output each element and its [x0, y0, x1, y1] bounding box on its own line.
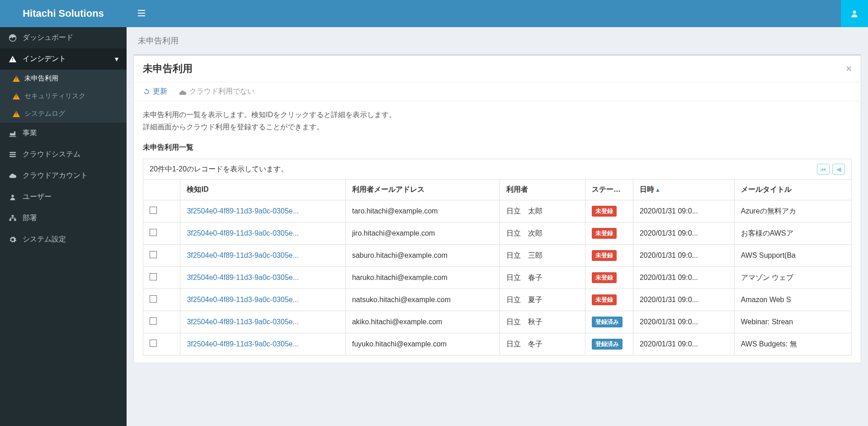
svg-rect-0	[138, 10, 145, 11]
row-checkbox[interactable]	[150, 317, 157, 325]
col-status[interactable]: ステータス	[585, 180, 633, 200]
date-cell: 2020/01/31 09:0...	[633, 333, 734, 355]
date-cell: 2020/01/31 09:0...	[633, 200, 734, 222]
sidebar-item-label: クラウドアカウント	[23, 171, 88, 180]
sidebar-item-business[interactable]: 事業	[0, 123, 127, 144]
status-cell: 登録済み	[585, 311, 633, 333]
cloud-icon	[8, 172, 17, 180]
not-cloud-button[interactable]: クラウド利用でない	[179, 87, 255, 96]
panel-title: 未申告利用	[143, 62, 193, 76]
close-icon[interactable]: ×	[846, 63, 852, 75]
panel-toolbar: 更新 クラウド利用でない	[134, 82, 861, 101]
user-cell: 日立 次郎	[500, 222, 585, 245]
svg-rect-2	[138, 15, 145, 16]
sidebar-item-settings[interactable]: システム設定	[0, 229, 127, 250]
date-cell: 2020/01/31 09:0...	[633, 289, 734, 311]
user-cell: 日立 夏子	[500, 289, 585, 311]
sidebar-sub-unreported[interactable]: 未申告利用	[0, 70, 127, 87]
sidebar-item-cloudaccount[interactable]: クラウドアカウント	[0, 165, 127, 186]
status-badge: 未登録	[592, 294, 617, 305]
email-cell: taro.hitachi@example.com	[345, 200, 500, 222]
row-checkbox[interactable]	[150, 207, 157, 214]
row-checkbox[interactable]	[150, 273, 157, 280]
detection-id-link[interactable]: 3f2504e0-4f89-11d3-9a0c-0305e...	[180, 245, 345, 267]
hamburger-icon[interactable]	[133, 5, 150, 23]
sidebar-item-cloudsystem[interactable]: クラウドシステム	[0, 144, 127, 165]
email-cell: saburo.hitachi@example.com	[345, 245, 500, 267]
col-mail-title[interactable]: メールタイトル	[734, 180, 851, 200]
mail-title-cell: お客様のAWSア	[734, 222, 851, 245]
sidebar-item-label: インシデント	[23, 54, 66, 64]
user-menu-button[interactable]	[841, 0, 868, 27]
sidebar-item-users[interactable]: ユーザー	[0, 186, 127, 208]
pager: ⏮ ◀	[817, 164, 845, 175]
warning-icon	[8, 55, 17, 63]
mail-title-cell: Azureの無料アカ	[734, 200, 851, 222]
col-checkbox[interactable]	[143, 180, 180, 200]
sidebar-sub-securityrisk[interactable]: セキュリティリスク	[0, 87, 127, 105]
sidebar-item-label: クラウドシステム	[23, 150, 80, 159]
panel-unreported: 未申告利用 × 更新 クラウド利用でない 未申告利用の一覧を表示します。検知ID…	[133, 54, 861, 363]
mail-title-cell: Webinar: Strean	[734, 311, 851, 333]
col-date[interactable]: 日時▲	[633, 180, 734, 200]
sidebar-sub-systemlog[interactable]: システムログ	[0, 105, 127, 123]
detection-id-link[interactable]: 3f2504e0-4f89-11d3-9a0c-0305e...	[180, 222, 345, 245]
row-checkbox-cell	[143, 267, 180, 289]
row-checkbox[interactable]	[150, 229, 157, 236]
detection-id-link[interactable]: 3f2504e0-4f89-11d3-9a0c-0305e...	[180, 200, 345, 222]
status-cell: 登録済み	[585, 333, 633, 355]
status-cell: 未登録	[585, 222, 633, 245]
org-icon	[8, 214, 17, 222]
status-badge: 登録済み	[592, 339, 623, 350]
row-checkbox[interactable]	[150, 340, 157, 347]
svg-point-8	[11, 194, 14, 197]
detection-id-link[interactable]: 3f2504e0-4f89-11d3-9a0c-0305e...	[180, 289, 345, 311]
sidebar-item-label: 事業	[23, 128, 37, 138]
detection-id-link[interactable]: 3f2504e0-4f89-11d3-9a0c-0305e...	[180, 311, 345, 333]
svg-rect-10	[9, 219, 12, 221]
row-checkbox[interactable]	[150, 295, 157, 303]
brand-logo[interactable]: Hitachi Solutions	[0, 0, 127, 27]
date-cell: 2020/01/31 09:0...	[633, 245, 734, 267]
mail-title-cell: Amazon Web S	[734, 289, 851, 311]
refresh-icon	[143, 88, 150, 95]
sidebar-item-label: システム設定	[23, 235, 66, 244]
email-cell: jiro.hitachi@example.com	[345, 222, 500, 245]
table-row: 3f2504e0-4f89-11d3-9a0c-0305e...taro.hit…	[143, 200, 852, 222]
refresh-button[interactable]: 更新	[143, 87, 167, 96]
email-cell: fuyuko.hitachi@example.com	[345, 333, 500, 355]
row-checkbox[interactable]	[150, 251, 157, 258]
sidebar-item-department[interactable]: 部署	[0, 208, 127, 229]
row-checkbox-cell	[143, 311, 180, 333]
col-user[interactable]: 利用者	[500, 180, 585, 200]
detection-id-link[interactable]: 3f2504e0-4f89-11d3-9a0c-0305e...	[180, 333, 345, 355]
status-cell: 未登録	[585, 267, 633, 289]
svg-rect-6	[9, 154, 16, 155]
status-badge: 未登録	[592, 228, 617, 239]
page-first-button[interactable]: ⏮	[817, 164, 830, 175]
description-line2: 詳細画面からクラウド利用を登録することができます。	[143, 121, 852, 133]
detection-id-link[interactable]: 3f2504e0-4f89-11d3-9a0c-0305e...	[180, 267, 345, 289]
table-row: 3f2504e0-4f89-11d3-9a0c-0305e...saburo.h…	[143, 245, 852, 267]
page-prev-button[interactable]: ◀	[832, 164, 845, 175]
panel-header: 未申告利用 ×	[134, 56, 861, 82]
sort-asc-icon: ▲	[655, 187, 660, 193]
user-cell: 日立 太郎	[500, 200, 585, 222]
sidebar-item-label: ユーザー	[23, 192, 52, 202]
sidebar-item-incident[interactable]: インシデント ▾	[0, 48, 127, 70]
table-row: 3f2504e0-4f89-11d3-9a0c-0305e...akiko.hi…	[143, 311, 852, 333]
status-badge: 未登録	[592, 206, 617, 217]
sidebar-item-label: 部署	[23, 213, 37, 223]
col-email[interactable]: 利用者メールアドレス	[345, 180, 500, 200]
col-detection-id[interactable]: 検知ID	[180, 180, 345, 200]
sidebar-item-dashboard[interactable]: ダッシュボード	[0, 27, 127, 48]
svg-rect-7	[9, 156, 16, 157]
warning-triangle-icon	[13, 93, 20, 99]
email-cell: akiko.hitachi@example.com	[345, 311, 500, 333]
date-cell: 2020/01/31 09:0...	[633, 267, 734, 289]
record-count-bar: 20件中1-20のレコードを表示しています。 ⏮ ◀	[143, 159, 852, 179]
date-cell: 2020/01/31 09:0...	[633, 222, 734, 245]
email-cell: natsuko.hitachi@example.com	[345, 289, 500, 311]
main-content: 未申告利用 未申告利用 × 更新 クラウド利用でない 未申告利用の一覧を表示しま…	[127, 27, 868, 426]
status-cell: 未登録	[585, 245, 633, 267]
